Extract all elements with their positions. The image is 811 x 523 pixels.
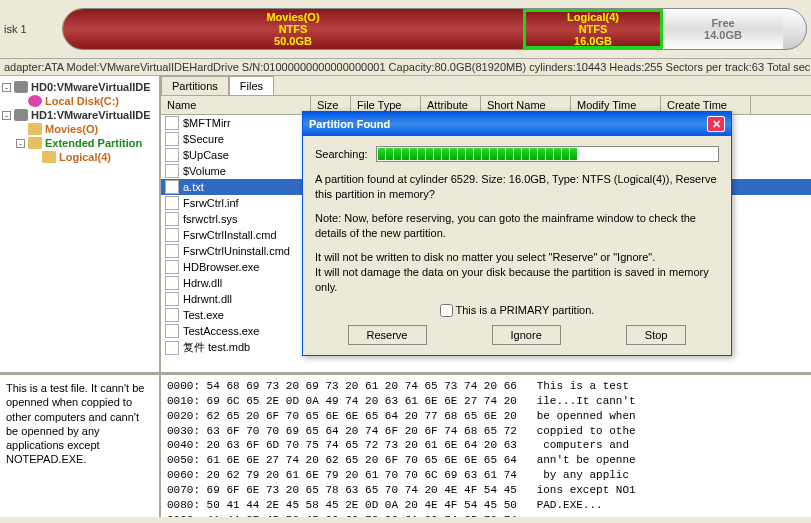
disk-info-line: adapter:ATA Model:VMwareVirtualIDEHardDr…	[0, 58, 811, 76]
tab-files[interactable]: Files	[229, 76, 274, 95]
file-icon	[165, 292, 179, 306]
partition-segment-logical[interactable]: Logical(4) NTFS 16.0GB	[523, 9, 663, 49]
column-header[interactable]: Name	[161, 96, 311, 114]
primary-label: This is a PRIMARY partition.	[455, 304, 594, 316]
progress-bar	[376, 146, 719, 162]
drive-icon	[14, 81, 28, 93]
file-icon	[165, 324, 179, 338]
file-icon	[165, 116, 179, 130]
file-name: TestAccess.exe	[183, 325, 313, 337]
partition-bar-row: isk 1 Movies(O) NTFS 50.0GB Logical(4) N…	[0, 0, 811, 58]
file-icon	[165, 196, 179, 210]
tree-node[interactable]: -Extended Partition	[2, 136, 157, 150]
drive-icon	[42, 151, 56, 163]
hex-pane[interactable]: 0000: 54 68 69 73 20 69 73 20 61 20 74 6…	[161, 375, 811, 517]
tree-label: Movies(O)	[45, 123, 98, 135]
close-icon[interactable]: ✕	[707, 116, 725, 132]
file-name: $Secure	[183, 133, 313, 145]
file-name: fsrwctrl.sys	[183, 213, 313, 225]
file-icon	[165, 308, 179, 322]
searching-label: Searching:	[315, 148, 368, 160]
dialog-msg3: It will not be written to disk no matter…	[315, 250, 719, 265]
file-name: a.txt	[183, 181, 313, 193]
file-name: Hdrwnt.dll	[183, 293, 313, 305]
tab-bar: Partitions Files	[161, 76, 811, 96]
file-name: 复件 test.mdb	[183, 340, 313, 355]
expand-icon[interactable]: -	[16, 139, 25, 148]
file-name: Hdrw.dll	[183, 277, 313, 289]
dialog-titlebar[interactable]: Partition Found ✕	[303, 112, 731, 136]
tree-label: HD0:VMwareVirtualIDE	[31, 81, 151, 93]
file-icon	[165, 212, 179, 226]
file-icon	[165, 148, 179, 162]
file-name: FsrwCtrlInstall.cmd	[183, 229, 313, 241]
tree-label: Extended Partition	[45, 137, 142, 149]
dialog-title: Partition Found	[309, 118, 390, 130]
drive-icon	[28, 95, 42, 107]
disk-label: isk 1	[4, 23, 54, 35]
drive-icon	[14, 109, 28, 121]
ignore-button[interactable]: Ignore	[492, 325, 561, 345]
tree-node[interactable]: Movies(O)	[2, 122, 157, 136]
drive-icon	[28, 123, 42, 135]
file-name: $MFTMirr	[183, 117, 313, 129]
file-name: $UpCase	[183, 149, 313, 161]
partition-segment-free[interactable]: Free 14.0GB	[663, 9, 783, 49]
dialog-msg1: A partition found at cylinder 6529. Size…	[315, 172, 719, 203]
file-icon	[165, 341, 179, 355]
file-icon	[165, 244, 179, 258]
file-name: FsrwCtrl.inf	[183, 197, 313, 209]
primary-checkbox[interactable]	[440, 304, 453, 317]
reserve-button[interactable]: Reserve	[348, 325, 427, 345]
tree-node[interactable]: Local Disk(C:)	[2, 94, 157, 108]
tree-node[interactable]: -HD0:VMwareVirtualIDE	[2, 80, 157, 94]
expand-icon[interactable]: -	[2, 83, 11, 92]
file-icon	[165, 132, 179, 146]
file-icon	[165, 164, 179, 178]
dialog-msg2: Note: Now, before reserving, you can got…	[315, 211, 719, 242]
main-panel: Partitions Files NameSizeFile TypeAttrib…	[161, 76, 811, 372]
drive-icon	[28, 137, 42, 149]
file-name: FsrwCtrlUninstall.cmd	[183, 245, 313, 257]
file-icon	[165, 180, 179, 194]
stop-button[interactable]: Stop	[626, 325, 687, 345]
preview-pane: This is a test file. It cann't be openne…	[0, 375, 161, 517]
expand-icon[interactable]: -	[2, 111, 11, 120]
dialog-msg4: It will not damage the data on your disk…	[315, 265, 719, 296]
file-icon	[165, 228, 179, 242]
file-name: Test.exe	[183, 309, 313, 321]
tab-partitions[interactable]: Partitions	[161, 76, 229, 95]
file-icon	[165, 260, 179, 274]
tree-label: Local Disk(C:)	[45, 95, 119, 107]
file-name: HDBrowser.exe	[183, 261, 313, 273]
tree-label: Logical(4)	[59, 151, 111, 163]
partition-found-dialog: Partition Found ✕ Searching: A partition…	[302, 111, 732, 356]
file-icon	[165, 276, 179, 290]
tree-node[interactable]: Logical(4)	[2, 150, 157, 164]
file-name: $Volume	[183, 165, 313, 177]
partition-segment-movies[interactable]: Movies(O) NTFS 50.0GB	[63, 9, 523, 49]
tree-label: HD1:VMwareVirtualIDE	[31, 109, 151, 121]
tree-node[interactable]: -HD1:VMwareVirtualIDE	[2, 108, 157, 122]
disk-tree[interactable]: -HD0:VMwareVirtualIDELocal Disk(C:)-HD1:…	[0, 76, 161, 372]
partition-bar[interactable]: Movies(O) NTFS 50.0GB Logical(4) NTFS 16…	[62, 8, 807, 50]
